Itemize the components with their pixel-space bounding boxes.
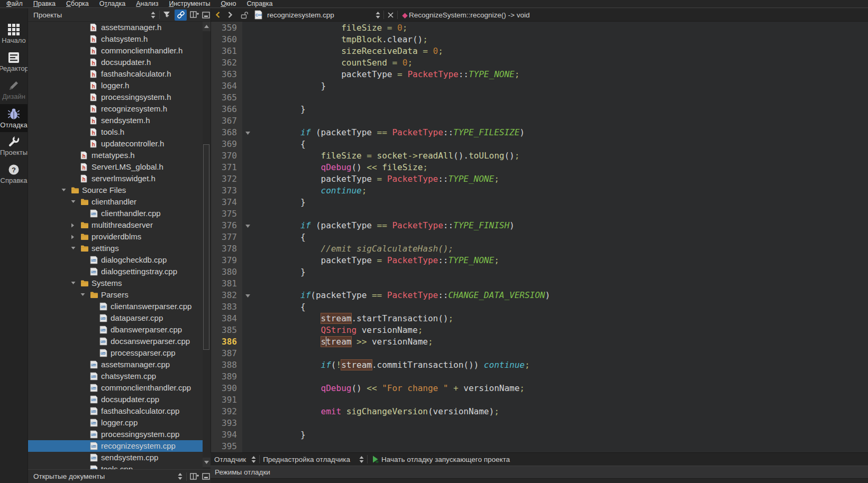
code-line-392[interactable]: 392 emit sigChangeVersion(versionName); <box>211 406 868 417</box>
start-debug-label[interactable]: Начать отладку запускающего проекта <box>381 456 510 463</box>
tree-item-systems[interactable]: Systems <box>28 277 203 289</box>
filter-icon[interactable] <box>163 11 171 19</box>
tree-item-commonclienthandler.cpp[interactable]: C++commonclienthandler.cpp <box>28 382 203 394</box>
code-line-377[interactable]: 377 { <box>211 231 868 243</box>
code-line-375[interactable]: 375 <box>211 208 868 220</box>
tree-item-processparser.cpp[interactable]: C++processparser.cpp <box>28 347 203 359</box>
code-line-366[interactable]: 366 } <box>211 104 868 115</box>
expanded-arrow-icon[interactable] <box>80 293 85 296</box>
code-line-389[interactable]: 389 <box>211 371 868 383</box>
tree-item-docsupdater.cpp[interactable]: C++docsupdater.cpp <box>28 394 203 405</box>
menu-отладка[interactable]: Отладка <box>94 0 131 7</box>
debugger-select-label[interactable]: Отладчик <box>214 456 246 463</box>
tree-scrollbar-thumb[interactable] <box>203 144 209 350</box>
tree-item-dbanswerparser.cpp[interactable]: C++dbanswerparser.cpp <box>28 324 203 336</box>
tree-item-sendsystem.h[interactable]: hsendsystem.h <box>28 115 203 126</box>
scroll-up-icon[interactable] <box>203 22 211 31</box>
code-line-364[interactable]: 364 } <box>211 80 868 92</box>
tree-item-assetsmanager.h[interactable]: hassetsmanager.h <box>28 22 203 33</box>
expanded-arrow-icon[interactable] <box>71 246 76 250</box>
tree-item-logger.h[interactable]: hlogger.h <box>28 80 203 91</box>
opendocs-collapse-icon[interactable] <box>202 473 210 480</box>
tree-item-sendsystem.cpp[interactable]: C++sendsystem.cpp <box>28 452 203 463</box>
tree-item-docsanswerparser.cpp[interactable]: C++docsanswerparser.cpp <box>28 336 203 347</box>
tree-scrollbar[interactable] <box>203 22 211 469</box>
code-line-362[interactable]: 362 countSend = 0; <box>211 57 868 69</box>
collapsed-arrow-icon[interactable] <box>71 223 75 228</box>
code-line-388[interactable]: 388 if(!stream.commitTransaction()) cont… <box>211 359 868 371</box>
editor-filename[interactable]: recognizesystem.cpp <box>267 11 334 19</box>
tree-item-multithreadserver[interactable]: multithreadserver <box>28 219 203 231</box>
start-debug-icon[interactable] <box>371 455 379 463</box>
code-line-378[interactable]: 378 //emit sigCalculateHash(); <box>211 243 868 255</box>
code-line-391[interactable]: 391 <box>211 394 868 406</box>
tree-item-parsers[interactable]: Parsers <box>28 289 203 301</box>
tree-item-settings[interactable]: settings <box>28 243 203 254</box>
code-line-394[interactable]: 394 } <box>211 429 868 441</box>
mode-начало[interactable]: Начало <box>0 20 28 48</box>
tree-item-updatecontroller.h[interactable]: hupdatecontroller.h <box>28 138 203 150</box>
tree-item-chatsystem.h[interactable]: hchatsystem.h <box>28 33 203 45</box>
code-line-367[interactable]: 367 <box>211 115 868 127</box>
tree-item-processingsystem.cpp[interactable]: C++processingsystem.cpp <box>28 429 203 440</box>
tree-item-fasthashcalculator.cpp[interactable]: C++fasthashcalculator.cpp <box>28 405 203 417</box>
split-icon[interactable] <box>190 11 199 18</box>
panel-updown-icon[interactable] <box>150 11 156 19</box>
collapse-panel-icon[interactable] <box>202 12 210 18</box>
tree-item-recognizesystem.h[interactable]: hrecognizesystem.h <box>28 103 203 115</box>
filename-updown-icon[interactable] <box>375 11 381 19</box>
code-line-359[interactable]: 359 fileSize = 0; <box>211 22 868 34</box>
tree-item-providerdblms[interactable]: providerdblms <box>28 231 203 243</box>
mode-проекты[interactable]: Проекты <box>0 132 28 160</box>
menu-инструменты[interactable]: Инструменты <box>163 0 215 7</box>
code-line-369[interactable]: 369 { <box>211 138 868 150</box>
code-line-387[interactable]: 387 <box>211 348 868 359</box>
code-line-386[interactable]: 386 stream >> versionName; <box>211 336 868 348</box>
code-line-361[interactable]: 361 sizeReceiveData = 0; <box>211 45 868 57</box>
editor-symbol-dropdown[interactable]: RecognizeSystem::recognize() -> void <box>409 11 529 19</box>
code-line-372[interactable]: 372 packetType = PacketType::TYPE_NONE; <box>211 173 868 185</box>
menu-файл[interactable]: Файл <box>1 0 28 7</box>
tree-item-tools.h[interactable]: htools.h <box>28 126 203 138</box>
code-line-390[interactable]: 390 qDebug() << "For change " + versionN… <box>211 383 868 394</box>
tree-item-clientanswerparser.cpp[interactable]: C++clientanswerparser.cpp <box>28 301 203 312</box>
code-line-381[interactable]: 381 <box>211 278 868 290</box>
code-line-385[interactable]: 385 QString versionName; <box>211 324 868 336</box>
expanded-arrow-icon[interactable] <box>61 188 66 192</box>
menu-окно[interactable]: Окно <box>215 0 241 7</box>
debugger-preset-label[interactable]: Преднастройка отладчика <box>263 456 350 463</box>
menu-справка[interactable]: Справка <box>241 0 278 7</box>
tree-item-tools.cpp[interactable]: C++tools.cpp <box>28 463 203 469</box>
tree-item-source-files[interactable]: Source Files <box>28 184 203 196</box>
opendocs-split-icon[interactable] <box>190 473 199 480</box>
code-line-365[interactable]: 365 <box>211 92 868 104</box>
mode-отладка[interactable]: Отладка <box>0 104 28 132</box>
close-document-icon[interactable] <box>387 12 394 18</box>
code-line-363[interactable]: 363 packetType = PacketType::TYPE_NONE; <box>211 69 868 80</box>
code-line-384[interactable]: 384 stream.startTransaction(); <box>211 313 868 324</box>
debugger-updown-icon[interactable] <box>251 456 257 463</box>
link-with-editor-button[interactable] <box>175 10 187 21</box>
code-line-374[interactable]: 374 } <box>211 197 868 208</box>
tree-item-chatsystem.cpp[interactable]: C++chatsystem.cpp <box>28 370 203 382</box>
code-line-373[interactable]: 373 continue; <box>211 185 868 197</box>
expanded-arrow-icon[interactable] <box>71 200 76 203</box>
expanded-arrow-icon[interactable] <box>71 281 76 285</box>
collapsed-arrow-icon[interactable] <box>71 235 75 239</box>
forward-icon[interactable] <box>226 11 234 18</box>
tree-item-dialogsettingstray.cpp[interactable]: C++dialogsettingstray.cpp <box>28 266 203 277</box>
code-line-376[interactable]: 376 if (packetType == PacketType::TYPE_F… <box>211 220 868 231</box>
mode-редактор[interactable]: Редактор <box>0 48 28 76</box>
code-line-383[interactable]: 383 { <box>211 301 868 313</box>
code-line-370[interactable]: 370 fileSize = socket->readAll().toULong… <box>211 150 868 162</box>
mode-дизайн[interactable]: Дизайн <box>0 76 28 104</box>
tree-item-processingsystem.h[interactable]: hprocessingsystem.h <box>28 91 203 103</box>
tree-item-commonclienthandler.h[interactable]: hcommonclienthandler.h <box>28 45 203 57</box>
code-line-380[interactable]: 380 } <box>211 266 868 278</box>
menu-сборка[interactable]: Сборка <box>61 0 94 7</box>
tree-item-clienthandler.cpp[interactable]: C++clienthandler.cpp <box>28 208 203 219</box>
code-line-393[interactable]: 393 <box>211 417 868 429</box>
code-line-379[interactable]: 379 packetType = PacketType::TYPE_NONE; <box>211 255 868 266</box>
code-line-368[interactable]: 368 if (packetType == PacketType::TYPE_F… <box>211 127 868 138</box>
tree-item-dataparser.cpp[interactable]: C++dataparser.cpp <box>28 312 203 324</box>
